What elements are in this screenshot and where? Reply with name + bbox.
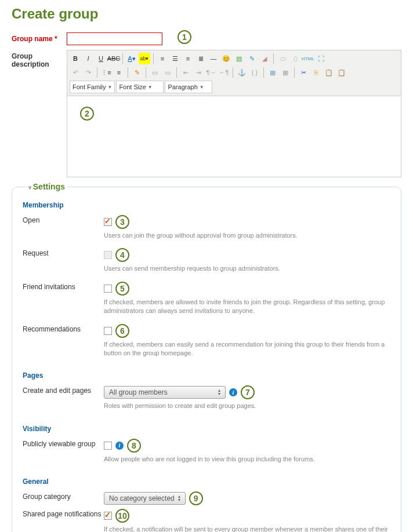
recommend-help: If checked, members can easily send a re… — [104, 340, 390, 358]
align-center-icon[interactable]: ☰ — [169, 53, 181, 64]
open-checkbox[interactable] — [104, 218, 112, 226]
link-icon[interactable]: ⬭ — [277, 53, 288, 64]
friend-inv-label: Friend invitations — [23, 282, 104, 322]
numlist-icon[interactable]: ≡ — [113, 67, 125, 78]
align-left-icon[interactable]: ≡ — [157, 53, 168, 64]
shared-notif-checkbox[interactable] — [104, 512, 112, 520]
paste-word-icon[interactable]: 📋 — [336, 67, 347, 78]
callout-10: 10 — [115, 509, 129, 523]
category-label: Group category — [23, 491, 104, 505]
box2-icon[interactable]: ▭ — [162, 67, 173, 78]
box1-icon[interactable]: ▭ — [149, 67, 161, 78]
italic-icon[interactable]: I — [82, 53, 94, 64]
callout-7: 7 — [241, 385, 255, 399]
forecolor-icon[interactable]: A▾ — [126, 53, 137, 64]
request-label: Request — [23, 248, 104, 279]
callout-2: 2 — [80, 107, 94, 121]
editor-toolbar: B I U ABC A▾ ab▾ ≡ ☰ ≡ ≣ — 😊 ▧ ✎ ◢ ⬭ ⬯ — [67, 50, 401, 96]
align-right-icon[interactable]: ≡ — [182, 53, 194, 64]
image-icon[interactable]: ▧ — [233, 53, 245, 64]
eraser-icon[interactable]: ◢ — [259, 53, 270, 64]
public-checkbox[interactable] — [104, 442, 112, 450]
info-icon[interactable]: i — [115, 442, 124, 450]
font-size-select[interactable]: Font Size▼ — [116, 81, 164, 93]
group-description-label: Group description — [12, 50, 67, 177]
redo-icon[interactable]: ↷ — [82, 67, 94, 78]
visibility-header: Visibility — [23, 425, 390, 433]
rich-text-editor: B I U ABC A▾ ab▾ ≡ ☰ ≡ ≣ — 😊 ▧ ✎ ◢ ⬭ ⬯ — [67, 50, 401, 177]
callout-3: 3 — [115, 215, 129, 229]
paragraph-select[interactable]: Paragraph▼ — [165, 81, 212, 93]
create-edit-help: Roles with permission to create and edit… — [104, 402, 390, 410]
create-edit-select[interactable]: All group members ▴▾ — [104, 386, 226, 399]
group-name-label: Group name — [12, 32, 67, 45]
paste-icon[interactable]: 📋 — [323, 67, 335, 78]
strike-icon[interactable]: ABC — [108, 53, 119, 64]
ltr-icon[interactable]: ¶→ — [205, 67, 217, 78]
unlink-icon[interactable]: ⬯ — [289, 53, 301, 64]
open-help: Users can join the group without approva… — [104, 231, 390, 240]
callout-9: 9 — [189, 491, 203, 505]
rtl-icon[interactable]: ←¶ — [218, 67, 230, 78]
membership-header: Membership — [23, 201, 390, 209]
copy-icon[interactable]: ⎘ — [310, 67, 322, 78]
friend-inv-checkbox[interactable] — [104, 285, 112, 293]
underline-icon[interactable]: U — [95, 53, 107, 64]
request-checkbox[interactable] — [104, 251, 112, 259]
general-header: General — [23, 478, 390, 486]
public-help: Allow people who are not logged in to vi… — [104, 455, 390, 464]
editor-textarea[interactable] — [67, 96, 401, 177]
callout-4: 4 — [115, 248, 129, 262]
cleanup-icon[interactable]: ✎ — [246, 53, 258, 64]
fullscreen-icon[interactable]: ⛶ — [315, 53, 327, 64]
callout-1: 1 — [177, 30, 191, 44]
page-title: Create group — [12, 6, 401, 22]
code-icon[interactable]: { } — [249, 67, 260, 78]
info-icon[interactable]: i — [229, 388, 237, 396]
backcolor-icon[interactable]: ab▾ — [139, 53, 150, 64]
settings-legend[interactable]: Settings — [26, 182, 67, 191]
shared-notif-label: Shared page notifications — [23, 509, 104, 532]
outdent-icon[interactable]: ⇤ — [180, 67, 191, 78]
category-select[interactable]: No category selected ▴▾ — [104, 492, 186, 505]
friend-inv-help: If checked, members are allowed to invit… — [104, 298, 390, 316]
callout-8: 8 — [127, 439, 141, 453]
pages-header: Pages — [23, 371, 390, 380]
callout-6: 6 — [115, 324, 129, 338]
open-label: Open — [23, 215, 104, 246]
cut-icon[interactable]: ✂ — [298, 67, 309, 78]
group-name-input[interactable] — [67, 32, 162, 45]
callout-5: 5 — [115, 282, 129, 296]
anchor-icon[interactable]: ⚓ — [236, 67, 248, 78]
html-icon[interactable]: HTML — [302, 53, 314, 64]
public-label: Publicly viewable group — [23, 439, 104, 469]
grid-icon[interactable]: ▦ — [280, 67, 291, 78]
recommend-checkbox[interactable] — [104, 327, 112, 335]
create-edit-label: Create and edit pages — [23, 385, 104, 416]
indent-icon[interactable]: ⇥ — [193, 67, 204, 78]
bullets-icon[interactable]: ⋮≡ — [100, 67, 112, 78]
shared-notif-help: If checked, a notification will be sent … — [104, 525, 390, 532]
bold-icon[interactable]: B — [70, 53, 81, 64]
hr-icon[interactable]: — — [208, 53, 219, 64]
align-justify-icon[interactable]: ≣ — [195, 53, 206, 64]
font-family-select[interactable]: Font Family▼ — [70, 81, 115, 93]
undo-icon[interactable]: ↶ — [70, 67, 81, 78]
request-help: Users can send membership requests to gr… — [104, 264, 390, 273]
emoticon-icon[interactable]: 😊 — [220, 53, 232, 64]
edit-icon[interactable]: ✎ — [131, 67, 143, 78]
table-icon[interactable]: ▦ — [267, 67, 278, 78]
recommend-label: Recommendations — [23, 324, 104, 364]
